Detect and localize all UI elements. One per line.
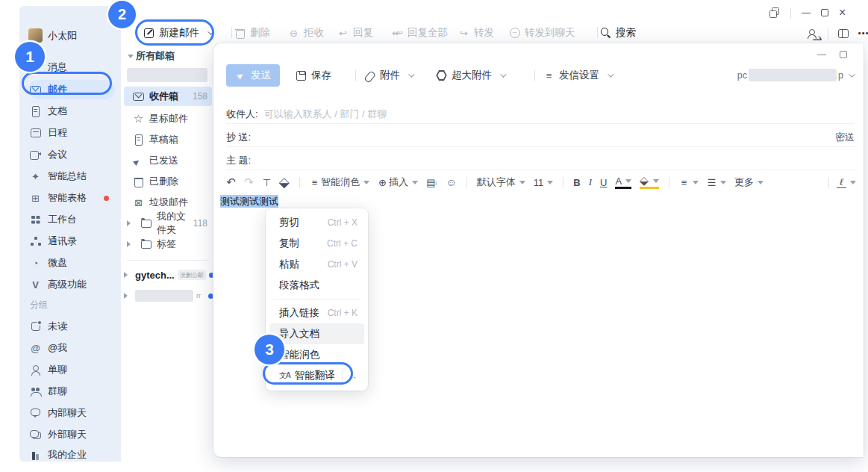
contact-card-icon[interactable]: [808, 28, 819, 40]
reply-button[interactable]: ↩ 回复: [337, 22, 373, 43]
folder-inbox[interactable]: 收件箱 158: [124, 87, 212, 106]
forward-to-chat-button[interactable]: → 转发到聊天: [509, 22, 575, 43]
sidebar-item-ai-summary[interactable]: ✦ 智能总结: [28, 167, 115, 186]
sidebar-item-unread[interactable]: 未读: [28, 317, 115, 336]
menu-divider: [273, 299, 360, 299]
menu-item-cut[interactable]: 剪切Ctrl + X: [269, 212, 364, 233]
layout-panel-icon[interactable]: [837, 28, 849, 40]
menu-item-paragraph-format[interactable]: 段落格式: [269, 275, 364, 296]
sidebar-item-mail[interactable]: 邮件: [28, 80, 115, 99]
large-attachment-button[interactable]: 超大附件: [436, 64, 505, 87]
font-family-select[interactable]: 默认字体: [477, 176, 525, 189]
sidebar-item-calendar[interactable]: 日程: [28, 123, 115, 143]
signature-button[interactable]: ℓ: [828, 177, 856, 188]
sidebar-item-advanced[interactable]: V 高级功能: [28, 275, 115, 294]
to-placeholder: 可以输入联系人 / 部门 / 群聊: [264, 108, 387, 121]
new-mail-button[interactable]: 新建邮件: [143, 22, 212, 43]
insert-button[interactable]: ⊕ 插入: [378, 176, 418, 189]
font-color-button[interactable]: A: [615, 176, 631, 189]
sparkle-icon: ✦: [30, 171, 41, 182]
folder-my-folders[interactable]: 我的文件夹 118: [124, 214, 212, 233]
sidebar-item-smart-table[interactable]: ⊞ 智能表格: [28, 188, 115, 208]
redo-button[interactable]: ↷: [244, 177, 254, 188]
cc-field[interactable]: 抄 送: 密送: [226, 128, 855, 147]
sender-account-selector[interactable]: pc p: [737, 69, 853, 81]
forward-chat-icon: →: [509, 28, 520, 39]
divider: [534, 70, 535, 81]
mail-body[interactable]: 测试测试测试: [220, 195, 278, 208]
account-row[interactable]: 小太阳: [28, 28, 77, 43]
align-button[interactable]: ≡: [679, 177, 699, 188]
import-doc-button[interactable]: ▤ ↓: [426, 177, 438, 188]
chevron-down-icon: [608, 71, 613, 77]
bold-button[interactable]: B: [573, 177, 580, 188]
more-icon[interactable]: ⋯: [858, 27, 868, 40]
send-settings-button[interactable]: ≡ 发信设置: [543, 64, 612, 87]
more-format-button[interactable]: 更多: [734, 176, 764, 189]
font-size-select[interactable]: 11: [534, 177, 554, 188]
menu-item-ai-translate[interactable]: 文A 智能翻译 →: [269, 365, 364, 386]
sidebar-item-mentions[interactable]: @ @我: [28, 338, 115, 358]
to-field[interactable]: 收件人: 可以输入联系人 / 部门 / 群聊: [226, 105, 855, 124]
attachment-button[interactable]: 附件: [364, 64, 413, 87]
sidebar-item-internal-chat[interactable]: 内部聊天: [28, 403, 115, 423]
emoji-button[interactable]: ☺: [446, 177, 457, 188]
maximize-icon[interactable]: [821, 9, 828, 16]
send-button[interactable]: ▶ 发送: [226, 64, 280, 87]
folder-sent[interactable]: ▶ 已发送: [124, 151, 212, 170]
subject-field[interactable]: 主 题:: [226, 151, 855, 170]
pop-out-icon[interactable]: [769, 7, 780, 19]
group-section-label: 分组: [30, 299, 48, 311]
shared-mailbox-redacted[interactable]: rr: [124, 287, 213, 305]
bcc-toggle[interactable]: 密送: [835, 131, 855, 144]
redacted-mailbox-name: [135, 290, 193, 302]
underline-button[interactable]: U: [600, 177, 607, 188]
sidebar-item-group-chat[interactable]: 群聊: [28, 382, 115, 401]
menu-item-insert-link[interactable]: 插入链接Ctrl + K: [269, 302, 364, 323]
mailbox-type-badge: 误删公邮: [178, 270, 206, 280]
sidebar-item-docs[interactable]: 文档: [28, 102, 115, 121]
save-button[interactable]: 保存: [296, 64, 331, 87]
reject-button[interactable]: ⊖ 拒收: [288, 22, 324, 43]
chevron-down-icon: [408, 71, 414, 77]
compose-icon: [143, 28, 154, 39]
calendar-icon: [30, 128, 41, 139]
folder-deleted[interactable]: 已删除: [124, 172, 212, 191]
shared-mailbox-gytech[interactable]: gytech... 误删公邮: [124, 266, 213, 284]
close-icon[interactable]: ×: [839, 6, 846, 19]
avatar[interactable]: [28, 28, 43, 43]
selected-body-text: 测试测试测试: [220, 195, 278, 208]
highlight-button[interactable]: ◪: [640, 176, 659, 189]
format-painter-button[interactable]: ⊤: [262, 177, 272, 188]
undo-button[interactable]: ↶: [226, 177, 236, 188]
menu-item-paste[interactable]: 粘贴Ctrl + V: [269, 254, 364, 275]
ai-polish-button[interactable]: ≡ 智能润色: [310, 176, 369, 189]
sidebar-item-drive[interactable]: ◔ 微盘: [28, 253, 115, 273]
redacted-account-address: [127, 68, 207, 82]
italic-button[interactable]: I: [589, 176, 592, 188]
folder-icon: [140, 218, 152, 229]
folder-tags[interactable]: 标签: [124, 235, 212, 254]
maximize-icon[interactable]: [840, 51, 847, 58]
sidebar-item-meeting[interactable]: 会议: [28, 145, 115, 164]
folder-starred[interactable]: ☆ 星标邮件: [124, 109, 212, 128]
sidebar-item-my-company[interactable]: 我的企业: [28, 445, 115, 465]
sidebar-item-direct-chat[interactable]: 单聊: [28, 360, 115, 379]
sidebar-item-external-chat[interactable]: 外部聊天: [28, 425, 115, 444]
align-icon: ≡: [679, 177, 689, 188]
tag-folder-icon: [140, 239, 152, 250]
menu-item-import-doc[interactable]: 导入文档: [269, 323, 364, 344]
sidebar-item-workbench[interactable]: 工作台: [28, 210, 115, 229]
forward-button[interactable]: ↪ 转发: [458, 22, 494, 43]
menu-item-copy[interactable]: 复制Ctrl + C: [269, 233, 364, 254]
minimize-icon[interactable]: —: [817, 49, 826, 60]
all-mailboxes-header[interactable]: 所有邮箱: [125, 49, 175, 63]
reply-all-button[interactable]: ↩↩ 回复全部: [387, 22, 448, 43]
list-button[interactable]: ☰: [707, 177, 726, 188]
search-button[interactable]: 搜索: [600, 22, 636, 43]
delete-button[interactable]: 删除: [234, 22, 270, 43]
eraser-button[interactable]: ◪: [280, 177, 290, 188]
sidebar-item-contacts[interactable]: 通讯录: [28, 232, 115, 251]
folder-drafts[interactable]: 草稿箱: [124, 130, 212, 149]
minimize-icon[interactable]: —: [802, 7, 811, 18]
